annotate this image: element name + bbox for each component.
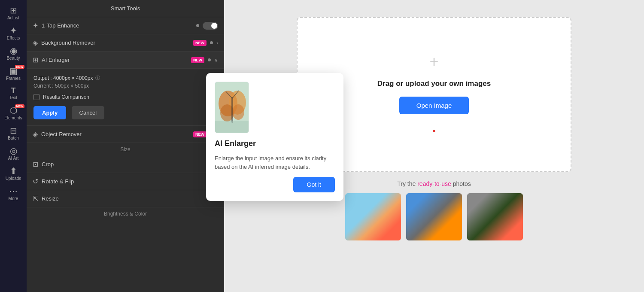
tooltip-preview-image — [215, 82, 249, 133]
svg-rect-8 — [215, 121, 249, 133]
svg-point-4 — [232, 104, 244, 120]
ai-enlarger-tooltip: AI Enlarger Enlarge the input image and … — [206, 73, 343, 201]
tooltip-overlay: AI Enlarger Enlarge the input image and … — [0, 0, 644, 292]
svg-rect-5 — [231, 97, 233, 123]
tooltip-description: Enlarge the input image and ensure its c… — [215, 154, 335, 171]
tooltip-title: AI Enlarger — [215, 139, 335, 148]
got-it-button[interactable]: Got it — [293, 177, 335, 192]
